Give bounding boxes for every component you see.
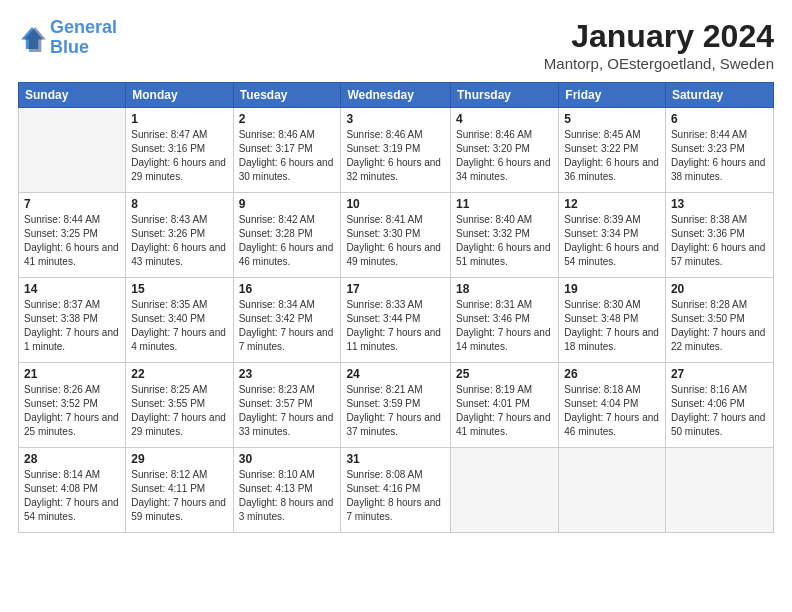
calendar-cell: 20Sunrise: 8:28 AMSunset: 3:50 PMDayligh…: [665, 278, 773, 363]
day-number: 17: [346, 282, 445, 296]
day-info: Sunrise: 8:42 AMSunset: 3:28 PMDaylight:…: [239, 213, 336, 269]
day-info: Sunrise: 8:19 AMSunset: 4:01 PMDaylight:…: [456, 383, 553, 439]
day-info: Sunrise: 8:41 AMSunset: 3:30 PMDaylight:…: [346, 213, 445, 269]
day-number: 19: [564, 282, 660, 296]
calendar-cell: 12Sunrise: 8:39 AMSunset: 3:34 PMDayligh…: [559, 193, 666, 278]
subtitle: Mantorp, OEstergoetland, Sweden: [544, 55, 774, 72]
calendar-header-monday: Monday: [126, 83, 233, 108]
day-number: 29: [131, 452, 227, 466]
day-number: 3: [346, 112, 445, 126]
day-info: Sunrise: 8:25 AMSunset: 3:55 PMDaylight:…: [131, 383, 227, 439]
day-info: Sunrise: 8:45 AMSunset: 3:22 PMDaylight:…: [564, 128, 660, 184]
day-info: Sunrise: 8:30 AMSunset: 3:48 PMDaylight:…: [564, 298, 660, 354]
day-number: 4: [456, 112, 553, 126]
day-number: 30: [239, 452, 336, 466]
calendar-cell: 13Sunrise: 8:38 AMSunset: 3:36 PMDayligh…: [665, 193, 773, 278]
logo-line2: Blue: [50, 37, 89, 57]
calendar-cell: 8Sunrise: 8:43 AMSunset: 3:26 PMDaylight…: [126, 193, 233, 278]
title-block: January 2024 Mantorp, OEstergoetland, Sw…: [544, 18, 774, 72]
day-info: Sunrise: 8:14 AMSunset: 4:08 PMDaylight:…: [24, 468, 120, 524]
day-info: Sunrise: 8:21 AMSunset: 3:59 PMDaylight:…: [346, 383, 445, 439]
calendar-cell: 9Sunrise: 8:42 AMSunset: 3:28 PMDaylight…: [233, 193, 341, 278]
day-info: Sunrise: 8:47 AMSunset: 3:16 PMDaylight:…: [131, 128, 227, 184]
day-number: 12: [564, 197, 660, 211]
calendar-cell: 3Sunrise: 8:46 AMSunset: 3:19 PMDaylight…: [341, 108, 451, 193]
calendar-week-3: 21Sunrise: 8:26 AMSunset: 3:52 PMDayligh…: [19, 363, 774, 448]
calendar-cell: 2Sunrise: 8:46 AMSunset: 3:17 PMDaylight…: [233, 108, 341, 193]
calendar-header-thursday: Thursday: [450, 83, 558, 108]
day-info: Sunrise: 8:35 AMSunset: 3:40 PMDaylight:…: [131, 298, 227, 354]
day-number: 9: [239, 197, 336, 211]
calendar-cell: 11Sunrise: 8:40 AMSunset: 3:32 PMDayligh…: [450, 193, 558, 278]
day-info: Sunrise: 8:34 AMSunset: 3:42 PMDaylight:…: [239, 298, 336, 354]
calendar-week-2: 14Sunrise: 8:37 AMSunset: 3:38 PMDayligh…: [19, 278, 774, 363]
day-info: Sunrise: 8:18 AMSunset: 4:04 PMDaylight:…: [564, 383, 660, 439]
day-info: Sunrise: 8:23 AMSunset: 3:57 PMDaylight:…: [239, 383, 336, 439]
day-info: Sunrise: 8:44 AMSunset: 3:25 PMDaylight:…: [24, 213, 120, 269]
calendar-cell: 27Sunrise: 8:16 AMSunset: 4:06 PMDayligh…: [665, 363, 773, 448]
calendar-cell: 10Sunrise: 8:41 AMSunset: 3:30 PMDayligh…: [341, 193, 451, 278]
day-info: Sunrise: 8:16 AMSunset: 4:06 PMDaylight:…: [671, 383, 768, 439]
main-title: January 2024: [544, 18, 774, 55]
day-number: 28: [24, 452, 120, 466]
day-info: Sunrise: 8:46 AMSunset: 3:19 PMDaylight:…: [346, 128, 445, 184]
day-number: 23: [239, 367, 336, 381]
day-number: 20: [671, 282, 768, 296]
calendar-cell: 21Sunrise: 8:26 AMSunset: 3:52 PMDayligh…: [19, 363, 126, 448]
logo-text: General Blue: [50, 18, 117, 58]
day-info: Sunrise: 8:31 AMSunset: 3:46 PMDaylight:…: [456, 298, 553, 354]
logo: General Blue: [18, 18, 117, 58]
calendar-header-row: SundayMondayTuesdayWednesdayThursdayFrid…: [19, 83, 774, 108]
day-number: 15: [131, 282, 227, 296]
calendar-table: SundayMondayTuesdayWednesdayThursdayFrid…: [18, 82, 774, 533]
day-info: Sunrise: 8:38 AMSunset: 3:36 PMDaylight:…: [671, 213, 768, 269]
header: General Blue January 2024 Mantorp, OEste…: [18, 18, 774, 72]
day-number: 7: [24, 197, 120, 211]
day-info: Sunrise: 8:28 AMSunset: 3:50 PMDaylight:…: [671, 298, 768, 354]
calendar-cell: 24Sunrise: 8:21 AMSunset: 3:59 PMDayligh…: [341, 363, 451, 448]
day-number: 8: [131, 197, 227, 211]
logo-line1: General: [50, 17, 117, 37]
calendar-cell: 7Sunrise: 8:44 AMSunset: 3:25 PMDaylight…: [19, 193, 126, 278]
day-info: Sunrise: 8:46 AMSunset: 3:20 PMDaylight:…: [456, 128, 553, 184]
calendar-cell: 31Sunrise: 8:08 AMSunset: 4:16 PMDayligh…: [341, 448, 451, 533]
calendar-cell: [665, 448, 773, 533]
day-number: 14: [24, 282, 120, 296]
calendar-cell: 29Sunrise: 8:12 AMSunset: 4:11 PMDayligh…: [126, 448, 233, 533]
day-number: 24: [346, 367, 445, 381]
calendar-cell: 25Sunrise: 8:19 AMSunset: 4:01 PMDayligh…: [450, 363, 558, 448]
calendar-cell: 18Sunrise: 8:31 AMSunset: 3:46 PMDayligh…: [450, 278, 558, 363]
day-number: 25: [456, 367, 553, 381]
day-number: 5: [564, 112, 660, 126]
calendar-cell: 28Sunrise: 8:14 AMSunset: 4:08 PMDayligh…: [19, 448, 126, 533]
day-number: 27: [671, 367, 768, 381]
calendar-cell: 16Sunrise: 8:34 AMSunset: 3:42 PMDayligh…: [233, 278, 341, 363]
day-number: 10: [346, 197, 445, 211]
day-info: Sunrise: 8:37 AMSunset: 3:38 PMDaylight:…: [24, 298, 120, 354]
day-info: Sunrise: 8:33 AMSunset: 3:44 PMDaylight:…: [346, 298, 445, 354]
day-info: Sunrise: 8:26 AMSunset: 3:52 PMDaylight:…: [24, 383, 120, 439]
calendar-cell: 14Sunrise: 8:37 AMSunset: 3:38 PMDayligh…: [19, 278, 126, 363]
day-number: 13: [671, 197, 768, 211]
calendar-header-wednesday: Wednesday: [341, 83, 451, 108]
calendar-header-saturday: Saturday: [665, 83, 773, 108]
calendar-cell: 19Sunrise: 8:30 AMSunset: 3:48 PMDayligh…: [559, 278, 666, 363]
calendar-week-4: 28Sunrise: 8:14 AMSunset: 4:08 PMDayligh…: [19, 448, 774, 533]
day-info: Sunrise: 8:10 AMSunset: 4:13 PMDaylight:…: [239, 468, 336, 524]
calendar-header-friday: Friday: [559, 83, 666, 108]
day-number: 11: [456, 197, 553, 211]
calendar-cell: 15Sunrise: 8:35 AMSunset: 3:40 PMDayligh…: [126, 278, 233, 363]
calendar-cell: [559, 448, 666, 533]
calendar-header-tuesday: Tuesday: [233, 83, 341, 108]
day-number: 26: [564, 367, 660, 381]
calendar-cell: 1Sunrise: 8:47 AMSunset: 3:16 PMDaylight…: [126, 108, 233, 193]
day-number: 21: [24, 367, 120, 381]
day-info: Sunrise: 8:08 AMSunset: 4:16 PMDaylight:…: [346, 468, 445, 524]
day-number: 6: [671, 112, 768, 126]
calendar-cell: 22Sunrise: 8:25 AMSunset: 3:55 PMDayligh…: [126, 363, 233, 448]
calendar-cell: [19, 108, 126, 193]
logo-icon: [18, 24, 46, 52]
day-info: Sunrise: 8:12 AMSunset: 4:11 PMDaylight:…: [131, 468, 227, 524]
day-info: Sunrise: 8:40 AMSunset: 3:32 PMDaylight:…: [456, 213, 553, 269]
calendar-cell: 23Sunrise: 8:23 AMSunset: 3:57 PMDayligh…: [233, 363, 341, 448]
